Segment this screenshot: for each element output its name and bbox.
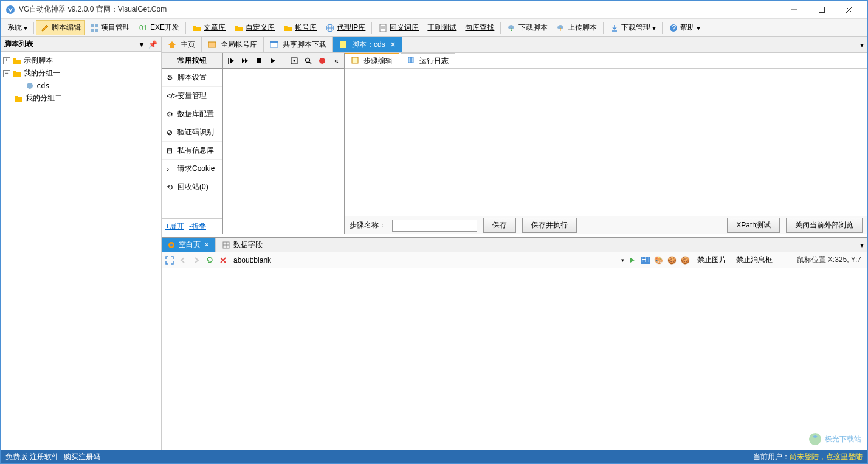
sidebar-item-script-settings[interactable]: ⚙脚本设置 (162, 69, 222, 87)
tabs-dropdown[interactable]: ▾ (856, 37, 867, 52)
disable-img-toggle[interactable]: 禁止图片 (694, 255, 730, 265)
play-icon[interactable] (267, 55, 278, 66)
step-footer: 步骤名称： 保存 保存并执行 XPath测试 关闭当前外部浏览 (345, 216, 867, 234)
svg-rect-7 (91, 29, 94, 32)
cookie2-icon[interactable]: 🍪 (680, 255, 691, 266)
table-icon (222, 241, 231, 249)
url-dropdown-icon[interactable]: ▾ (621, 257, 624, 263)
close-ext-browser-button[interactable]: 关闭当前外部浏览 (786, 218, 863, 233)
script-edit-button[interactable]: 脚本编辑 (36, 20, 85, 35)
custom-lib-button[interactable]: 自定义库 (230, 20, 279, 35)
close-tab-icon[interactable]: ✕ (390, 41, 396, 49)
sidebar-item-request-cookie[interactable]: ›请求Cookie (162, 160, 222, 178)
collapse-icon[interactable]: − (3, 70, 10, 77)
folder-icon (14, 94, 24, 103)
browser-tab-data-fields[interactable]: 数据字段 (216, 238, 269, 252)
proxy-lib-button[interactable]: 代理IP库 (321, 20, 370, 35)
svg-rect-6 (95, 24, 98, 27)
subtab-step-edit[interactable]: 步骤编辑 (345, 53, 399, 68)
collapse-toolbar-icon[interactable]: « (331, 55, 342, 66)
account-lib-button[interactable]: 帐号库 (279, 20, 321, 35)
help-button[interactable]: ?帮助▾ (664, 20, 704, 35)
go-icon[interactable] (627, 255, 638, 266)
step-name-input[interactable] (392, 220, 477, 232)
sentence-lookup-button[interactable]: 句库查找 (461, 20, 498, 35)
synonym-lib-button[interactable]: 同义词库 (374, 20, 423, 35)
sidebar-item-var-mgmt[interactable]: </>变量管理 (162, 87, 222, 105)
step-list[interactable] (223, 69, 344, 234)
help-icon: ? (669, 23, 678, 33)
maximize-button[interactable] (808, 1, 835, 18)
sidebar-item-captcha[interactable]: ⊘验证码识别 (162, 123, 222, 142)
editor-sub-tabs: 步骤编辑 运行日志 (345, 53, 867, 69)
tree-node-group2[interactable]: 我的分组二 (3, 92, 159, 105)
firefox-icon (168, 241, 176, 249)
disable-msgbox-toggle[interactable]: 禁止消息框 (732, 255, 776, 265)
tree-node-cds[interactable]: cds (3, 80, 159, 92)
regex-test-button[interactable]: 正则测试 (423, 20, 461, 35)
browser-tab-blank[interactable]: 空白页✕ (162, 238, 216, 252)
browser-tabs-dropdown[interactable]: ▾ (856, 238, 867, 252)
svg-point-27 (293, 60, 295, 61)
stop-load-icon[interactable] (218, 255, 229, 266)
fullscreen-icon[interactable] (164, 255, 175, 266)
forward-icon[interactable] (191, 255, 202, 266)
step-canvas[interactable] (345, 69, 867, 216)
fast-forward-icon[interactable] (239, 55, 250, 66)
upload-script-button[interactable]: 上传脚本 (552, 20, 601, 35)
exe-dev-button[interactable]: 01EXE开发 (134, 20, 184, 35)
tree-node-group1[interactable]: − 我的分组一 (3, 67, 159, 80)
browser-toolbar: ▾ HTML 🎨 🍪 🍪 禁止图片 禁止消息框 鼠标位置 X:325, Y:7 (162, 252, 867, 268)
subtab-run-log[interactable]: 运行日志 (401, 53, 455, 68)
book-icon (407, 56, 417, 66)
pin-icon[interactable]: 📌 (148, 40, 157, 49)
panel-dropdown[interactable]: ▾ (140, 40, 143, 49)
step-toolbar: « (223, 53, 344, 69)
article-lib-button[interactable]: 文章库 (188, 20, 230, 35)
collapse-all-link[interactable]: -折叠 (189, 221, 206, 232)
browser-viewport[interactable]: 极光下载站 (162, 268, 867, 450)
titlebar: VG自动化神器 v9.2.0.0 官网：VisualGet.Com (1, 1, 867, 19)
download-script-button[interactable]: 下载脚本 (503, 20, 552, 35)
system-menu[interactable]: 系统▾ (3, 20, 32, 35)
cookie1-icon[interactable]: 🍪 (667, 255, 678, 266)
script-icon (25, 81, 35, 91)
stop-icon[interactable] (253, 55, 264, 66)
project-mgmt-button[interactable]: 项目管理 (85, 20, 134, 35)
save-button[interactable]: 保存 (483, 218, 516, 233)
close-icon[interactable]: ✕ (204, 241, 209, 248)
html-icon[interactable]: HTML (640, 255, 651, 266)
document-tabs: 主页 全局帐号库 共享脚本下载 脚本：cds✕ ▾ (162, 37, 867, 53)
record-icon[interactable] (317, 55, 328, 66)
sidebar-item-db-config[interactable]: ⚙数据库配置 (162, 105, 222, 123)
script-icon (339, 40, 349, 50)
tab-script-cds[interactable]: 脚本：cds✕ (333, 37, 402, 52)
save-exec-button[interactable]: 保存并执行 (522, 218, 577, 233)
search-icon[interactable] (303, 55, 314, 66)
xpath-test-button[interactable]: XPath测试 (727, 218, 780, 233)
target-icon[interactable] (289, 55, 299, 66)
tab-global-accounts[interactable]: 全局帐号库 (202, 37, 264, 52)
step-list-panel: « (223, 53, 345, 234)
sidebar-item-recycle[interactable]: ⟲回收站(0) (162, 178, 222, 196)
svg-rect-22 (270, 41, 278, 43)
back-icon[interactable] (177, 255, 188, 266)
download-mgmt-button[interactable]: 下载管理▾ (605, 20, 660, 35)
expand-icon[interactable]: + (3, 57, 10, 64)
palette-icon[interactable]: 🎨 (653, 255, 664, 266)
app-icon (5, 5, 15, 15)
url-input[interactable] (231, 255, 571, 266)
login-link[interactable]: 尚未登陆，点这里登陆 (790, 452, 863, 462)
tree-node-example[interactable]: + 示例脚本 (3, 54, 159, 67)
register-link[interactable]: 注册软件 (30, 452, 59, 462)
buy-link[interactable]: 购买注册码 (64, 452, 100, 462)
minimize-button[interactable] (780, 1, 808, 18)
tab-home[interactable]: 主页 (162, 37, 202, 52)
expand-all-link[interactable]: +展开 (165, 221, 184, 232)
code-icon: </> (167, 92, 175, 100)
play-start-icon[interactable] (226, 55, 236, 66)
close-button[interactable] (835, 1, 863, 18)
refresh-icon[interactable] (204, 255, 215, 266)
tab-shared-download[interactable]: 共享脚本下载 (264, 37, 333, 52)
sidebar-item-private-info[interactable]: ⊟私有信息库 (162, 142, 222, 160)
